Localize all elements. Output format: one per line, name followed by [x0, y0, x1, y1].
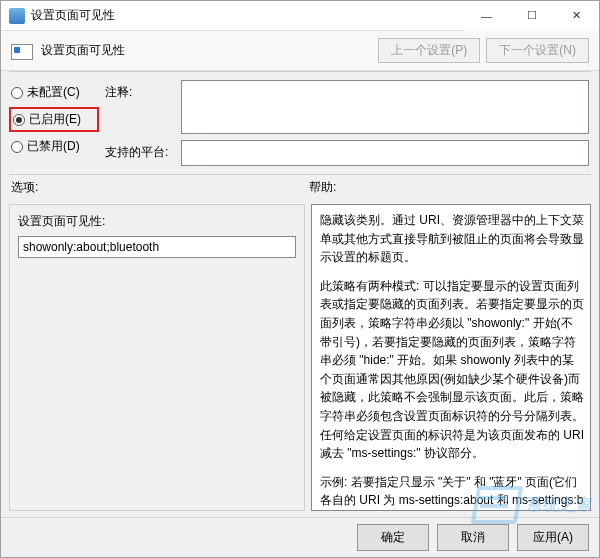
state-radios: 未配置(C) 已启用(E) 已禁用(D) — [11, 80, 97, 166]
platform-textbox — [181, 140, 589, 166]
minimize-button[interactable]: — — [464, 1, 509, 31]
policy-icon — [11, 42, 33, 60]
comment-platform-fields: 注释: 支持的平台: — [105, 80, 589, 166]
options-panel: 设置页面可见性: — [9, 204, 305, 511]
apply-button[interactable]: 应用(A) — [517, 524, 589, 551]
platform-label: 支持的平台: — [105, 140, 175, 161]
help-text: 示例: 若要指定只显示 "关于" 和 "蓝牙" 页面(它们各自的 URI 为 m… — [320, 473, 584, 511]
dialog-header: 设置页面可见性 上一个设置(P) 下一个设置(N) — [1, 31, 599, 71]
help-text: 隐藏该类别。通过 URI、资源管理器中的上下文菜单或其他方式直接导航到被阻止的页… — [320, 211, 584, 267]
dialog-title: 设置页面可见性 — [41, 42, 378, 59]
platform-row: 支持的平台: — [105, 140, 589, 166]
radio-disabled[interactable]: 已禁用(D) — [11, 138, 97, 155]
cancel-button[interactable]: 取消 — [437, 524, 509, 551]
option-caption: 设置页面可见性: — [18, 213, 296, 230]
button-bar: 确定 取消 应用(A) — [1, 517, 599, 557]
nav-buttons: 上一个设置(P) 下一个设置(N) — [378, 38, 589, 63]
titlebar: 设置页面可见性 — ☐ ✕ — [1, 1, 599, 31]
radio-icon — [13, 114, 25, 126]
radio-icon — [11, 141, 23, 153]
comment-row: 注释: — [105, 80, 589, 134]
options-label: 选项: — [11, 180, 38, 194]
radio-not-configured[interactable]: 未配置(C) — [11, 84, 97, 101]
prev-setting-button[interactable]: 上一个设置(P) — [378, 38, 480, 63]
window-title: 设置页面可见性 — [31, 7, 464, 24]
radio-enabled[interactable]: 已启用(E) — [9, 107, 99, 132]
window-buttons: — ☐ ✕ — [464, 1, 599, 31]
radio-icon — [11, 87, 23, 99]
lower-panes: 设置页面可见性: 隐藏该类别。通过 URI、资源管理器中的上下文菜单或其他方式直… — [1, 198, 599, 517]
radio-label: 未配置(C) — [27, 84, 80, 101]
help-panel[interactable]: 隐藏该类别。通过 URI、资源管理器中的上下文菜单或其他方式直接导航到被阻止的页… — [311, 204, 591, 511]
app-icon — [9, 8, 25, 24]
ok-button[interactable]: 确定 — [357, 524, 429, 551]
gp-dialog: 设置页面可见性 — ☐ ✕ 设置页面可见性 上一个设置(P) 下一个设置(N) … — [0, 0, 600, 558]
comment-textbox[interactable] — [181, 80, 589, 134]
section-labels: 选项: 帮助: — [1, 175, 599, 198]
maximize-button[interactable]: ☐ — [509, 1, 554, 31]
next-setting-button[interactable]: 下一个设置(N) — [486, 38, 589, 63]
radio-label: 已禁用(D) — [27, 138, 80, 155]
visibility-input[interactable] — [18, 236, 296, 258]
radio-label: 已启用(E) — [29, 111, 81, 128]
close-button[interactable]: ✕ — [554, 1, 599, 31]
help-label: 帮助: — [309, 180, 336, 194]
help-text: 此策略有两种模式: 可以指定要显示的设置页面列表或指定要隐藏的页面列表。若要指定… — [320, 277, 584, 463]
comment-label: 注释: — [105, 80, 175, 101]
state-and-comment: 未配置(C) 已启用(E) 已禁用(D) 注释: 支持的平台: — [1, 72, 599, 174]
